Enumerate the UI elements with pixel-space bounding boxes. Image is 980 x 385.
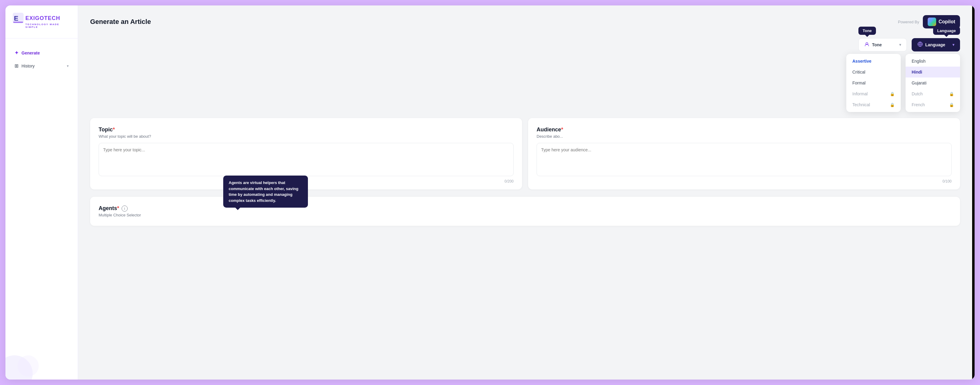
tone-dropdown[interactable]: Tone ▾ [858, 38, 907, 51]
language-icon [917, 42, 923, 48]
audience-char-count: 0/100 [536, 179, 951, 184]
tone-item-informal: Informal 🔒 [846, 88, 901, 99]
language-item-gujarati[interactable]: Gujarati [905, 77, 960, 88]
lock-icon: 🔒 [890, 102, 895, 107]
page-title: Generate an Article [90, 18, 151, 26]
lock-icon: 🔒 [949, 102, 954, 107]
tone-item-formal[interactable]: Formal [846, 77, 901, 88]
language-dropdown-area: Language Language ▾ [912, 38, 960, 51]
language-menu: English Hindi Gujarati Dutch 🔒 French 🔒 [905, 54, 960, 112]
tone-item-critical[interactable]: Critical [846, 67, 901, 77]
form-row-topic-audience: Topic* What your topic will be about? 0/… [90, 118, 960, 190]
right-bar [972, 5, 975, 380]
topic-sublabel: What your topic will be about? [99, 134, 514, 139]
audience-card: Audience* Describe abo... 0/100 [528, 118, 960, 190]
copilot-label: Copilot [939, 19, 955, 24]
audience-sublabel: Describe abo... [536, 134, 951, 139]
lock-icon: 🔒 [949, 92, 954, 96]
language-dropdown-label: Language [925, 42, 945, 47]
language-item-english[interactable]: English [905, 56, 960, 67]
language-dropdown[interactable]: Language ▾ [912, 38, 960, 51]
page-header: Generate an Article Powered By [90, 15, 960, 29]
main-content: Generate an Article Powered By [78, 5, 972, 380]
logo-text: EXIGOTECH [25, 15, 60, 21]
lock-icon: 🔒 [890, 92, 895, 96]
tone-menu: Assertive Critical Formal Informal 🔒 Tec… [846, 54, 901, 112]
topic-label: Topic* [99, 126, 514, 133]
history-icon: ⊞ [14, 63, 18, 69]
language-item-hindi[interactable]: Hindi [905, 67, 960, 77]
svg-text:E: E [14, 14, 18, 22]
agents-info-icon[interactable]: i [122, 206, 128, 212]
copilot-icon [928, 18, 936, 26]
tone-chevron-icon: ▾ [899, 43, 901, 47]
topic-input[interactable] [99, 143, 514, 176]
tone-dropdown-label: Tone [872, 42, 882, 47]
sidebar-item-history[interactable]: ⊞ History ▾ [10, 60, 73, 72]
agents-tooltip: Agents are virtual helpers that communic… [223, 176, 308, 208]
sidebar-decoration [5, 343, 78, 380]
powered-by-label: Powered By [898, 20, 919, 24]
language-item-french: French 🔒 [905, 99, 960, 110]
sidebar-item-generate[interactable]: ✦ Generate [10, 47, 73, 59]
agents-label: Agents* [99, 205, 119, 212]
tone-dropdown-area: Tone Tone ▾ [858, 38, 907, 51]
agents-section: Agents* i Multiple Choice Selector Agent… [90, 197, 960, 226]
tone-icon [864, 42, 870, 48]
tone-item-technical: Technical 🔒 [846, 99, 901, 110]
sidebar: E EXIGOTECH TECHNOLOGY MADE SIMPLE ✦ Gen… [5, 5, 78, 380]
language-item-dutch: Dutch 🔒 [905, 88, 960, 99]
language-tooltip: Language [933, 27, 960, 35]
nav-section: ✦ Generate ⊞ History ▾ [5, 38, 78, 72]
tone-item-assertive[interactable]: Assertive [846, 56, 901, 67]
agents-sublabel: Multiple Choice Selector [99, 213, 951, 217]
tone-tooltip: Tone [858, 27, 876, 35]
logo-area: E EXIGOTECH TECHNOLOGY MADE SIMPLE [5, 13, 78, 38]
generate-icon: ✦ [14, 50, 18, 56]
chevron-down-icon: ▾ [67, 64, 68, 68]
logo-subtitle: TECHNOLOGY MADE SIMPLE [25, 23, 70, 29]
sidebar-item-history-label: History [21, 64, 35, 69]
logo-icon: E [13, 13, 24, 24]
svg-rect-2 [13, 22, 23, 23]
sidebar-item-generate-label: Generate [21, 51, 40, 55]
language-chevron-icon: ▾ [953, 43, 954, 47]
audience-label: Audience* [536, 126, 951, 133]
audience-input[interactable] [536, 143, 951, 176]
